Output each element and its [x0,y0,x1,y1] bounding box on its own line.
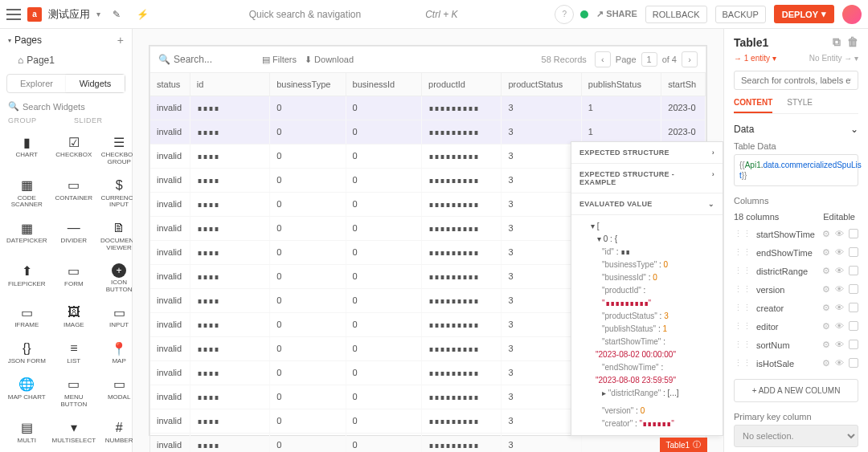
column-checkbox[interactable] [849,303,858,312]
column-header[interactable]: businessId [346,73,422,96]
widget-iframe[interactable]: ▭IFRAME [5,299,49,334]
column-item[interactable]: ⋮⋮endShowTime⚙👁 [734,243,858,262]
column-header[interactable]: productStatus [502,73,581,96]
visibility-icon[interactable]: 👁 [835,247,844,258]
pages-header[interactable]: ▾ Pages + [0,29,132,51]
widget-image[interactable]: 🖼IMAGE [51,299,98,334]
drag-handle-icon[interactable]: ⋮⋮ [734,303,751,313]
eval-expected-example[interactable]: EXPECTED STRUCTURE - EXAMPLE› [571,164,723,193]
page-item[interactable]: ⌂ Page1 [0,51,132,69]
table-row[interactable]: invalid∎∎∎∎00∎∎∎∎∎∎∎∎∎3 [150,434,706,452]
column-header[interactable]: id [190,73,270,96]
quick-search[interactable]: Quick search & navigation Ctrl + K [249,9,458,20]
drag-handle-icon[interactable]: ⋮⋮ [734,340,751,350]
column-item[interactable]: ⋮⋮editor⚙👁 [734,317,858,336]
widget-form[interactable]: ▭FORM [51,259,98,299]
widget-datepicker[interactable]: ▦DATEPICKER [5,215,49,257]
column-checkbox[interactable] [849,321,858,331]
filters-button[interactable]: ▤ Filters [262,55,297,65]
add-column-button[interactable]: + ADD A NEW COLUMN [734,379,858,402]
share-button[interactable]: ↗ SHARE [596,9,637,19]
visibility-icon[interactable]: 👁 [835,358,844,369]
entity-nav[interactable]: → 1 entity ▾ No Entity → ▾ [734,49,858,67]
widget-map-chart[interactable]: 🌐MAP CHART [5,372,49,413]
canvas[interactable]: 🔍 ▤ Filters ⬇ Download 58 Records ‹ Page… [133,29,723,452]
table-search[interactable]: 🔍 [158,54,254,65]
column-checkbox[interactable] [849,266,858,275]
widget-filepicker[interactable]: ⬆FILEPICKER [5,259,49,299]
edit-icon[interactable]: ✎ [107,5,126,24]
table-search-input[interactable] [174,54,254,65]
drag-handle-icon[interactable]: ⋮⋮ [734,229,751,239]
copy-icon[interactable]: ⧉ [833,35,841,49]
column-item[interactable]: ⋮⋮districtRange⚙👁 [734,262,858,280]
menu-icon[interactable] [6,9,21,20]
gear-icon[interactable]: ⚙ [822,321,830,332]
delete-icon[interactable]: 🗑 [847,35,858,49]
drag-handle-icon[interactable]: ⋮⋮ [734,266,751,276]
column-header[interactable]: businessType [270,73,346,96]
visibility-icon[interactable]: 👁 [835,321,844,332]
widget-multiselect[interactable]: ▾MULTISELECT [51,415,98,450]
chevron-down-icon[interactable]: ▾ [96,10,100,18]
column-header[interactable]: startSh [661,73,706,96]
column-checkbox[interactable] [849,284,858,294]
gear-icon[interactable]: ⚙ [822,358,830,369]
gear-icon[interactable]: ⚙ [822,303,830,313]
column-item[interactable]: ⋮⋮sortNum⚙👁 [734,336,858,354]
tab-explorer[interactable]: Explorer [7,75,66,92]
pk-select[interactable]: No selection. [734,425,858,447]
lightning-icon[interactable]: ⚡ [133,5,152,24]
column-checkbox[interactable] [849,247,858,257]
help-icon[interactable]: ? [555,5,574,24]
widget-checkbox[interactable]: ☑CHECKBOX [51,129,98,171]
add-page-icon[interactable]: + [117,34,124,47]
next-page-button[interactable]: › [682,51,698,67]
column-item[interactable]: ⋮⋮isHotSale⚙👁 [734,354,858,373]
gear-icon[interactable]: ⚙ [822,229,830,239]
column-checkbox[interactable] [849,358,858,368]
drag-handle-icon[interactable]: ⋮⋮ [734,321,751,332]
app-name[interactable]: 测试应用 [48,7,90,22]
column-header[interactable]: publishStatus [582,73,661,96]
backup-button[interactable]: BACKUP [715,6,766,23]
column-header[interactable]: status [150,73,190,96]
widget-tag[interactable]: Table1 ⓘ [660,438,707,452]
visibility-icon[interactable]: 👁 [835,303,844,313]
widget-menu-button[interactable]: ▭MENU BUTTON [51,372,98,413]
table-row[interactable]: invalid∎∎∎∎00∎∎∎∎∎∎∎∎∎312023-0 [150,96,706,120]
column-checkbox[interactable] [849,340,858,349]
rollback-button[interactable]: ROLLBACK [645,6,707,23]
visibility-icon[interactable]: 👁 [835,266,844,276]
widget-json-form[interactable]: {}JSON FORM [5,336,49,370]
data-section[interactable]: Data⌄ [734,120,858,138]
visibility-icon[interactable]: 👁 [835,229,844,239]
tab-style[interactable]: STYLE [787,93,813,113]
widget-divider[interactable]: —DIVIDER [51,215,98,257]
eval-evaluated-value[interactable]: EVALUATED VALUE⌄ [571,193,723,215]
prev-page-button[interactable]: ‹ [595,51,611,67]
deploy-button[interactable]: DEPLOY ▾ [774,5,834,23]
visibility-icon[interactable]: 👁 [835,284,844,295]
search-widgets[interactable]: 🔍 Search Widgets [0,98,132,115]
tab-widgets[interactable]: Widgets [66,75,125,92]
gear-icon[interactable]: ⚙ [822,284,830,295]
widget-chart[interactable]: ▮CHART [5,129,49,171]
drag-handle-icon[interactable]: ⋮⋮ [734,358,751,369]
column-checkbox[interactable] [849,229,858,238]
drag-handle-icon[interactable]: ⋮⋮ [734,247,751,258]
download-button[interactable]: ⬇ Download [305,55,354,65]
gear-icon[interactable]: ⚙ [822,340,830,350]
column-item[interactable]: ⋮⋮version⚙👁 [734,280,858,299]
column-item[interactable]: ⋮⋮startShowTime⚙👁 [734,225,858,243]
widget-list[interactable]: ≡LIST [51,336,98,370]
eval-expected-structure[interactable]: EXPECTED STRUCTURE› [571,142,723,164]
avatar[interactable] [842,5,862,24]
visibility-icon[interactable]: 👁 [835,340,844,350]
gear-icon[interactable]: ⚙ [822,266,830,276]
column-item[interactable]: ⋮⋮creator⚙👁 [734,299,858,317]
drag-handle-icon[interactable]: ⋮⋮ [734,284,751,295]
gear-icon[interactable]: ⚙ [822,247,830,258]
table-data-code[interactable]: {{Api1.data.commercializedSpuList}} [734,154,858,186]
widget-multi[interactable]: ▤MULTI [5,415,49,450]
